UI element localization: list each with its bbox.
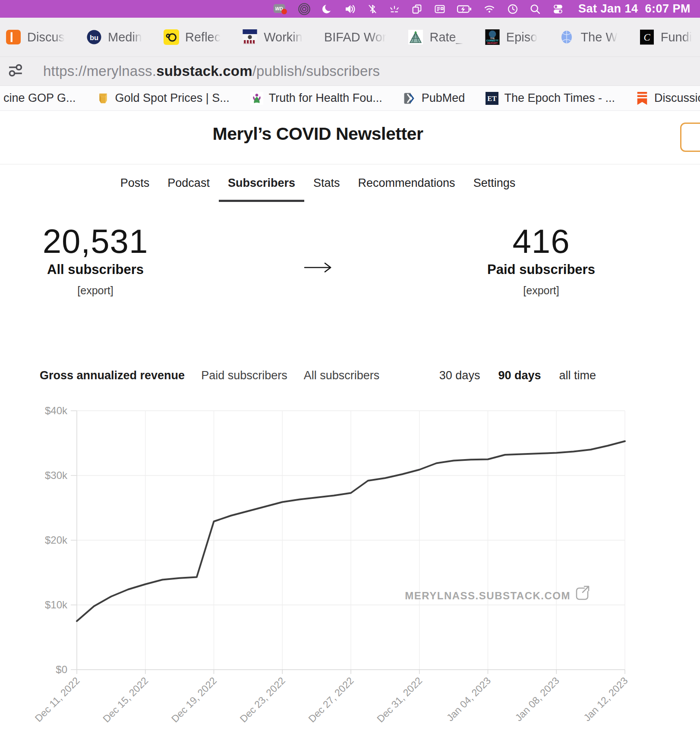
spotlight-search-icon[interactable]	[529, 3, 541, 15]
menu-bar-clock[interactable]: Sat Jan 14 6:07 PM	[578, 2, 691, 16]
tab-label: BIFAD Wor	[324, 30, 387, 44]
chart-metric-tabs: Gross annualized revenuePaid subscribers…	[40, 369, 379, 382]
pyramid-chart-icon	[408, 29, 423, 45]
x-tick-label: Dec 15, 2022	[101, 675, 150, 724]
blue-globe-icon	[559, 29, 574, 45]
metric-all-subscribers[interactable]: All subscribers	[304, 369, 380, 382]
y-tick-label: $0	[56, 664, 67, 675]
conversion-arrow-icon	[303, 262, 334, 275]
clipboard-window-icon[interactable]	[433, 3, 446, 15]
paid-subscribers-label: Paid subscribers	[476, 262, 606, 277]
bookmark-gold-spot-prices-s[interactable]: Gold Spot Prices | S...	[86, 91, 240, 105]
y-tick-label: $40k	[45, 405, 68, 416]
bookmark-label: The Epoch Times - ...	[504, 91, 615, 105]
tab-label: Fundi	[661, 30, 692, 44]
publication-nav: PostsPodcastSubscribersStatsRecommendati…	[0, 164, 636, 202]
bookmark-label: Gold Spot Prices | S...	[115, 91, 230, 105]
script-c-black-icon: C	[639, 29, 655, 45]
revenue-chart: Dec 11, 2022Dec 15, 2022Dec 19, 2022Dec …	[0, 396, 700, 743]
x-tick-label: Jan 04, 2023	[445, 675, 493, 723]
browser-tab-workin[interactable]: Workin	[231, 18, 313, 57]
paid-subscribers-export-link[interactable]: [export]	[476, 284, 606, 297]
bluetooth-off-icon[interactable]	[367, 3, 378, 15]
battery-charging-icon[interactable]	[457, 3, 472, 15]
bookmark-the-epoch-times[interactable]: ETThe Epoch Times - ...	[475, 91, 625, 105]
range-90-days[interactable]: 90 days	[498, 369, 541, 382]
bookmark-label: PubMed	[422, 91, 465, 105]
tab-stats[interactable]: Stats	[304, 164, 349, 202]
new-post-button-partial[interactable]	[680, 123, 700, 152]
volume-icon[interactable]	[344, 3, 356, 16]
bookmark-discussion-with-sa[interactable]: Discussion with Sa...	[625, 91, 700, 105]
health-figure-icon	[250, 92, 263, 105]
airplay-rings-icon[interactable]	[298, 3, 311, 16]
url-text[interactable]: https://merylnass.substack.com/publish/s…	[43, 63, 380, 79]
bookmark-truth-for-health-fou[interactable]: Truth for Health Fou...	[240, 91, 393, 105]
svg-text:REPORT: REPORT	[487, 42, 498, 44]
external-link-icon[interactable]	[577, 588, 588, 599]
y-tick-label: $30k	[45, 469, 68, 481]
chart-controls: Gross annualized revenuePaid subscribers…	[0, 369, 700, 382]
metric-gross-annualized-revenue[interactable]: Gross annualized revenue	[40, 369, 185, 382]
screen-recording-wd-badge-icon[interactable]: WD	[273, 3, 287, 15]
pubmed-chevrons-icon	[403, 92, 416, 105]
browser-tab-reflec[interactable]: Reflec	[153, 18, 231, 57]
tab-posts[interactable]: Posts	[111, 164, 159, 202]
browser-tab-fundi[interactable]: CFundi	[628, 18, 700, 57]
epoch-times-et-icon: ET	[486, 92, 498, 105]
tab-label: Discus	[27, 30, 65, 44]
browser-tab-discus[interactable]: Discus	[0, 18, 76, 57]
browser-tab-bifad-wor[interactable]: BIFAD Wor	[313, 18, 397, 57]
us-flag-seal-icon	[242, 29, 258, 45]
browser-address-bar[interactable]: https://merylnass.substack.com/publish/s…	[0, 57, 700, 86]
browser-tab-rate-[interactable]: Rate_	[397, 18, 473, 57]
svg-text:C: C	[643, 32, 650, 43]
control-center-icon[interactable]	[552, 3, 564, 15]
all-subscribers-count: 20,531	[37, 224, 154, 259]
corbett-report-icon: THECORBETTREPORT	[485, 29, 500, 45]
all-subscribers-export-link[interactable]: [export]	[37, 284, 154, 297]
bookmark-label: Discussion with Sa...	[654, 91, 700, 105]
x-tick-label: Jan 12, 2023	[581, 675, 630, 723]
tab-label: Reflec	[185, 30, 221, 44]
y-tick-label: $20k	[45, 534, 68, 546]
bookmark-label: cine GOP G...	[3, 91, 76, 105]
substack-orange-bookmark-icon	[636, 92, 649, 105]
keyboard-brightness-icon[interactable]	[388, 3, 400, 15]
metric-paid-subscribers[interactable]: Paid subscribers	[201, 369, 287, 382]
time-machine-clock-icon[interactable]	[507, 3, 519, 15]
paid-subscribers-count: 416	[476, 224, 606, 259]
tab-settings[interactable]: Settings	[464, 164, 525, 202]
substack-publisher-dashboard: Meryl’s COVID Newsletter PostsPodcastSub…	[0, 111, 700, 743]
dark-mode-moon-icon[interactable]	[321, 3, 333, 15]
browser-tab-the-w[interactable]: The W	[548, 18, 628, 57]
range-all-time[interactable]: all time	[559, 369, 596, 382]
gold-cube-icon	[97, 92, 110, 105]
browser-tab-medin[interactable]: buMedin	[76, 18, 153, 57]
tab-subscribers[interactable]: Subscribers	[219, 164, 304, 202]
tab-podcast[interactable]: Podcast	[158, 164, 219, 202]
tab-label: Rate_	[429, 30, 463, 44]
svg-text:ET: ET	[488, 95, 497, 103]
tab-label: Workin	[264, 30, 303, 44]
tab-recommendations[interactable]: Recommendations	[349, 164, 464, 202]
bu-navy-circle-icon: bu	[86, 29, 102, 45]
macos-menu-bar: WD Sat Jan 14 6:07 PM	[0, 0, 700, 18]
all-subscribers-stat: 20,531 All subscribers [export]	[37, 224, 154, 297]
discourse-orange-icon	[6, 29, 21, 45]
watermark-link[interactable]: MERYLNASS.SUBSTACK.COM	[405, 590, 571, 601]
site-settings-tune-icon[interactable]	[6, 61, 24, 81]
browser-tab-episo[interactable]: THECORBETTREPORTEpiso	[474, 18, 549, 57]
x-tick-label: Dec 23, 2022	[238, 675, 287, 724]
x-tick-label: Dec 11, 2022	[33, 675, 82, 724]
wifi-icon[interactable]	[482, 3, 496, 15]
x-tick-label: Dec 19, 2022	[169, 675, 219, 724]
window-group-icon[interactable]	[411, 3, 423, 15]
tab-label: Medin	[108, 30, 142, 44]
range-30-days[interactable]: 30 days	[439, 369, 480, 382]
page-title: Meryl’s COVID Newsletter	[0, 124, 636, 144]
bookmark-label: Truth for Health Fou...	[269, 91, 382, 105]
bookmark-cine-gop-g[interactable]: cine GOP G...	[0, 91, 86, 105]
bookmark-pubmed[interactable]: PubMed	[393, 91, 476, 105]
x-tick-label: Dec 31, 2022	[375, 675, 424, 724]
